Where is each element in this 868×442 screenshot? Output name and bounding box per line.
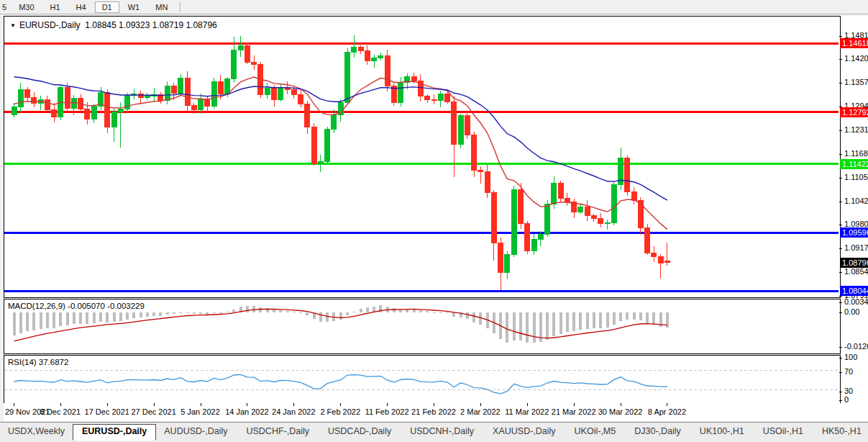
collapse-chart-icon[interactable]: ▼ [10,22,16,29]
axis-tick-mark [839,225,842,225]
date-label: 2 Mar 2022 [460,407,501,416]
axis-tick-mark [839,59,842,60]
axis-tick-mark [839,272,842,273]
date-label: 11 Mar 2022 [505,407,549,416]
date-tick-mark [434,403,434,406]
chart-tab-dj30-daily[interactable]: DJ30-,Daily [626,425,689,439]
date-label: 5 Jan 2022 [181,407,219,416]
date-tick-mark [340,403,341,406]
timeframe-button-w1[interactable]: W1 [121,1,147,13]
timeframe-button-mn[interactable]: MN [148,1,175,13]
price-level-badge: 1.11422 [840,159,868,169]
chart-tab-eurusd-daily[interactable]: EURUSD-,Daily [73,424,156,441]
chart-tab-audusd-daily[interactable]: AUDUSD-,Daily [156,425,235,439]
axis-label: 0.00 [844,307,859,316]
date-tick-mark [247,403,247,406]
date-tick-mark [60,403,61,406]
rsi-pane[interactable]: RSI(14) 37.6872 [4,355,841,405]
date-tick-mark [387,403,388,406]
rsi-chart[interactable] [4,356,839,402]
rsi-indicator-label: RSI(14) 37.6872 [8,358,68,366]
timeframe-button-5[interactable]: 5 [1,1,10,13]
chart-frame: ▼EURUSD-,Daily 1.08845 1.09323 1.08719 1… [4,16,868,421]
date-tick-mark [527,403,528,406]
chart-tab-usdcnh-daily[interactable]: USDCNH-,Daily [402,425,482,439]
price-level-badge: 1.08796 [840,258,868,268]
date-tick-mark [201,403,201,406]
axis-label: 1.13570 [844,78,868,86]
chart-tab-usdchf-daily[interactable]: USDCHF-,Daily [238,425,317,439]
date-tick-mark [667,403,667,406]
axis-tick-mark [839,400,842,401]
axis-tick-mark [839,154,842,155]
trading-app-window: 5M30H1H4D1W1MN ▼EURUSD-,Daily 1.08845 1.… [0,0,868,442]
axis-tick-mark [839,347,842,348]
date-label: 8 Apr 2022 [648,407,686,416]
axis-label: 1.09175 [844,243,868,252]
date-tick-mark [107,403,108,406]
candlestick-chart[interactable] [4,17,839,296]
date-label: 30 Mar 2022 [598,407,643,416]
date-label: 21 Mar 2022 [552,407,596,416]
chart-ohlc-values: 1.08845 1.09323 1.08719 1.08796 [85,20,217,30]
price-level-badge: 1.14618 [840,38,868,48]
axis-label: 100 [844,353,857,361]
axis-tick-mark [839,130,842,131]
timeframe-button-h1[interactable]: H1 [43,1,68,13]
chart-tab-ukoil-m5[interactable]: UKOil-,M5 [567,425,624,439]
date-label: 8 Dec 2021 [40,407,81,416]
axis-label: 70 [844,367,853,376]
axis-tick-mark [839,178,842,179]
axis-tick-mark [839,202,842,202]
date-tick-mark [574,403,575,406]
toolbar-separator [180,2,181,12]
axis-label: -0.01205 [844,342,868,351]
chart-tab-hk50-h1[interactable]: HK50-,H1 [814,425,868,439]
chart-tab-usoil-h1[interactable]: USOil-,H1 [755,425,811,439]
chart-tab-usdcad-daily[interactable]: USDCAD-,Daily [320,425,399,439]
chart-tab-xauusd-daily[interactable]: XAUUSD-,Daily [485,425,564,439]
axis-tick-mark [839,302,842,303]
timeframe-button-h4[interactable]: H4 [69,1,93,13]
axis-tick-mark [839,312,842,313]
date-label: 11 Feb 2022 [365,407,409,416]
timeframe-toolbar: 5M30H1H4D1W1MN [0,0,868,14]
date-label: 2 Feb 2022 [320,407,360,416]
chart-symbol-period: EURUSD-,Daily [19,20,81,30]
chart-tab-usdx-weekly[interactable]: USDX,Weekly [0,425,73,439]
timeframe-button-m30[interactable]: M30 [12,1,41,13]
axis-tick-mark [839,358,842,358]
price-level-badge: 1.08044 [840,286,868,296]
axis-label: 1.10420 [844,197,868,205]
axis-label: 0 [844,395,849,404]
date-label: 24 Jan 2022 [272,407,316,416]
axis-label: 1.14200 [844,54,868,63]
price-chart-pane[interactable]: ▼EURUSD-,Daily 1.08845 1.09323 1.08719 1… [4,16,841,298]
date-tick-mark [293,403,294,406]
axis-label: 1.12310 [844,125,868,134]
axis-label: 1.11680 [844,149,868,158]
date-tick-mark [154,403,155,406]
timeframe-button-d1[interactable]: D1 [95,1,119,13]
price-level-badge: 1.09596 [840,227,868,238]
axis-tick-mark [839,372,842,373]
chart-tab-bar: USDX,WeeklyEURUSD-,DailyAUDUSD-,DailyUSD… [0,422,868,442]
axis-tick-mark [839,392,842,392]
chart-tab-uk100-h1[interactable]: UK100-,H1 [692,425,752,439]
axis-label: 0.003408 [844,297,868,306]
axis-tick-mark [839,83,842,84]
macd-indicator-label: MACD(12,26,9) -0.005070 -0.003229 [8,302,145,310]
date-tick-mark [14,403,14,406]
date-tick-mark [621,403,621,406]
date-label: 17 Dec 2021 [85,407,129,416]
axis-tick-mark [839,248,842,249]
date-tick-mark [480,403,481,406]
axis-label: 1.11050 [844,173,868,181]
axis-label: 30 [844,387,853,395]
price-level-badge: 1.12792 [840,107,868,117]
macd-pane[interactable]: MACD(12,26,9) -0.005070 -0.003229 [4,299,841,354]
chart-title: ▼EURUSD-,Daily 1.08845 1.09323 1.08719 1… [10,20,217,30]
date-label: 21 Feb 2022 [411,407,456,416]
date-axis[interactable]: 29 Nov 20218 Dec 202117 Dec 202127 Dec 2… [4,403,868,421]
axis-label: 1.08545 [844,267,868,276]
